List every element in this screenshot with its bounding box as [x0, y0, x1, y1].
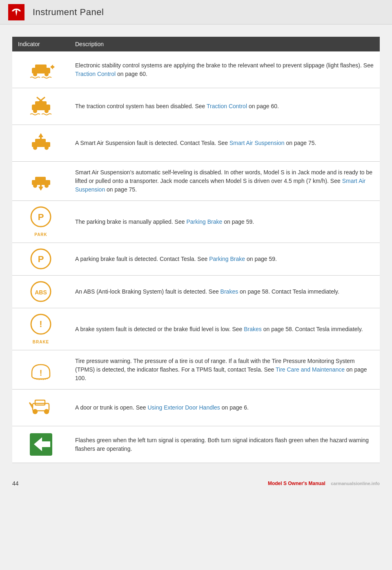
- desc-text-5: The parking brake is manually applied. S…: [75, 218, 186, 225]
- page-header: Instrument Panel: [0, 0, 392, 24]
- abs-fault-svg: ABS: [29, 281, 53, 303]
- icon-cell: ABS: [12, 276, 69, 308]
- indicator-table: Indicator Description: [12, 37, 380, 463]
- smart-air-fault-svg: [28, 130, 54, 156]
- svg-point-30: [45, 410, 49, 414]
- door-open-svg: [28, 394, 54, 421]
- svg-point-17: [45, 184, 49, 188]
- tire-pressure-svg: !: [28, 356, 54, 383]
- icon-cell: [12, 162, 69, 201]
- door-handles-link[interactable]: Using Exterior Door Handles: [147, 404, 220, 411]
- desc-suffix-10: on page 6.: [220, 404, 249, 411]
- table-row: A Smart Air Suspension fault is detected…: [12, 125, 380, 162]
- table-row: Smart Air Suspension’s automatic self-le…: [12, 162, 380, 201]
- tire-care-link[interactable]: Tire Care and Maintenance: [276, 366, 345, 373]
- description-cell: A Smart Air Suspension fault is detected…: [69, 125, 380, 162]
- svg-rect-15: [35, 177, 46, 182]
- desc-text-2: The traction control system has been dis…: [75, 103, 207, 109]
- parking-brake-icon: P PARK: [16, 206, 65, 238]
- tesla-logo-svg: [11, 7, 22, 18]
- parking-brake-wrapper: P PARK: [30, 206, 52, 238]
- svg-text:P: P: [38, 212, 44, 222]
- brakes-link-2[interactable]: Brakes: [244, 326, 262, 332]
- smart-air-link-1[interactable]: Smart Air Suspension: [229, 140, 285, 146]
- description-cell: A parking brake fault is detected. Conta…: [69, 243, 380, 276]
- icon-cell: [12, 88, 69, 125]
- table-header-row: Indicator Description: [12, 37, 380, 51]
- table-row: The traction control system has been dis…: [12, 88, 380, 125]
- traction-brake-svg: [28, 56, 54, 83]
- svg-rect-1: [35, 65, 47, 69]
- parking-brake-svg: P: [30, 206, 52, 228]
- page-footer: 44 Model S Owner's Manual carmanualsionl…: [0, 475, 392, 492]
- desc-text-1: Electronic stability control systems are…: [75, 62, 374, 69]
- desc-suffix-8: on page 58. Contact Tesla immediately.: [262, 326, 363, 332]
- parking-brake-fault-svg: P: [30, 248, 52, 270]
- description-cell: The traction control system has been dis…: [69, 88, 380, 125]
- icon-cell: P: [12, 243, 69, 276]
- svg-point-2: [33, 72, 37, 76]
- col-description: Description: [69, 37, 380, 51]
- smart-air-jack-svg: [28, 168, 54, 194]
- desc-text-6: A parking brake fault is detected. Conta…: [75, 256, 209, 262]
- icon-cell: [12, 125, 69, 162]
- svg-point-7: [45, 109, 49, 113]
- description-cell: Smart Air Suspension’s automatic self-le…: [69, 162, 380, 201]
- desc-text-11: Flashes green when the left turn signal …: [75, 437, 369, 452]
- brake-fault-svg: !: [30, 313, 52, 336]
- table-row: ! BRAKE A brake system fault is detected…: [12, 308, 380, 350]
- table-row: ! Tire pressure warning. The pressure of…: [12, 350, 380, 390]
- tire-pressure-icon: !: [16, 356, 65, 383]
- icon-cell: [12, 51, 69, 88]
- main-content: Indicator Description: [12, 37, 380, 463]
- svg-rect-11: [35, 139, 46, 144]
- brake-fault-wrapper: ! BRAKE: [30, 313, 52, 345]
- svg-rect-28: [35, 400, 45, 405]
- traction-control-link-1[interactable]: Traction Control: [75, 71, 116, 77]
- desc-suffix-3: on page 75.: [285, 140, 316, 146]
- svg-point-29: [33, 410, 37, 414]
- desc-suffix-4: on page 75.: [105, 186, 137, 193]
- svg-point-13: [45, 146, 49, 150]
- description-cell: A brake system fault is detected or the …: [69, 308, 380, 350]
- icon-cell: !: [12, 350, 69, 390]
- brake-fault-icon: ! BRAKE: [16, 313, 65, 345]
- left-turn-signal-icon: [16, 431, 65, 458]
- icon-cell: [12, 390, 69, 426]
- smart-air-fault-icon: [16, 130, 65, 156]
- parking-brake-link-1[interactable]: Parking Brake: [186, 218, 222, 225]
- description-cell: A door or trunk is open. See Using Exter…: [69, 390, 380, 426]
- brand-text: Model S Owner's Manual: [268, 481, 325, 486]
- park-label: PARK: [30, 232, 52, 238]
- desc-suffix-1: on page 60.: [116, 71, 147, 77]
- svg-point-3: [45, 72, 49, 76]
- left-turn-signal-svg: [28, 431, 54, 458]
- desc-suffix-7: on page 58. Contact Tesla immediately.: [238, 288, 339, 295]
- smart-air-jack-icon: [16, 168, 65, 194]
- svg-text:!: !: [39, 319, 42, 329]
- traction-control-link-2[interactable]: Traction Control: [207, 103, 247, 109]
- footer-brand: Model S Owner's Manual carmanualsionline…: [268, 481, 380, 486]
- desc-suffix-6: on page 59.: [245, 256, 277, 262]
- tesla-logo: [8, 4, 24, 20]
- description-cell: Flashes green when the left turn signal …: [69, 426, 380, 463]
- desc-text-3: A Smart Air Suspension fault is detected…: [75, 140, 229, 146]
- desc-suffix-5: on page 59.: [222, 218, 254, 225]
- page-title: Instrument Panel: [33, 7, 104, 18]
- traction-disabled-icon: [16, 93, 65, 120]
- svg-text:!: !: [39, 368, 42, 377]
- table-row: P PARK The parking brake is manually app…: [12, 201, 380, 243]
- parking-brake-link-2[interactable]: Parking Brake: [209, 256, 245, 262]
- door-open-icon: [16, 394, 65, 421]
- traction-disabled-svg: [28, 93, 54, 120]
- abs-fault-icon: ABS: [16, 281, 65, 303]
- icon-cell: P PARK: [12, 201, 69, 243]
- table-row: A door or trunk is open. See Using Exter…: [12, 390, 380, 426]
- traction-brake-icon: [16, 56, 65, 83]
- svg-point-6: [33, 109, 37, 113]
- desc-text-8: A brake system fault is detected or the …: [75, 326, 244, 332]
- brakes-link-1[interactable]: Brakes: [220, 288, 238, 295]
- desc-suffix-2: on page 60.: [247, 103, 279, 109]
- table-row: Electronic stability control systems are…: [12, 51, 380, 88]
- desc-text-10: A door or trunk is open. See: [75, 404, 147, 411]
